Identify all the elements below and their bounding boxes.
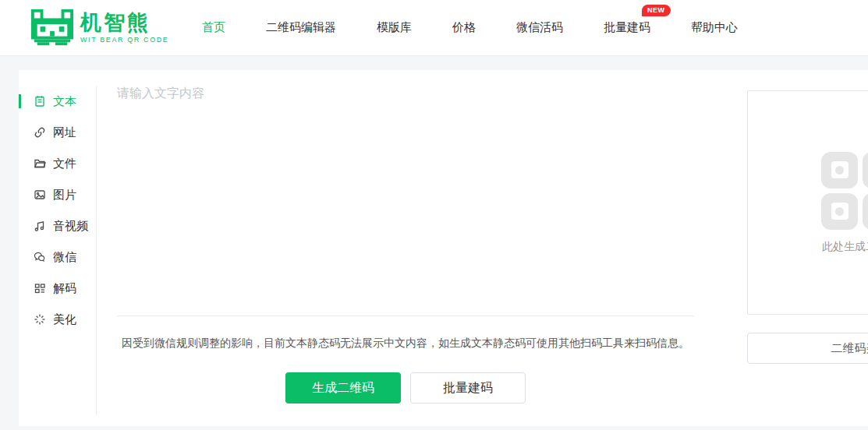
batch-create-button[interactable]: 批量建码 [410,372,526,404]
top-header: 机智熊 WIT BEAR QR CODE 首页 二维码编辑器 模版库 价格 微信… [0,0,868,56]
wechat-icon [33,251,46,264]
sidebar-item-file[interactable]: 文件 [19,148,96,179]
main-nav: 首页 二维码编辑器 模版库 价格 微信活码 批量建码 NEW 帮助中心 [202,0,778,55]
main-panel: 文本 网址 文件 [19,70,868,426]
editor-actions: 生成二维码 批量建码 [117,372,694,404]
qr-beautify-button[interactable]: 二维码美化 [747,333,868,364]
sidebar-item-label: 美化 [53,312,76,327]
qr-preview-card: 此处生成二维码 [747,90,868,315]
music-icon [33,220,46,233]
generate-qr-button[interactable]: 生成二维码 [285,372,401,404]
sidebar-item-label: 文本 [53,94,76,109]
wechat-rule-notice: 因受到微信规则调整的影响，目前文本静态码无法展示中文内容，如生成文本静态码可使用… [117,335,694,351]
new-badge: NEW [642,5,671,16]
preview-caption: 此处生成二维码 [822,240,868,254]
sidebar-item-decode[interactable]: 解码 [19,273,96,304]
beautify-icon [33,313,46,326]
sidebar-item-label: 网址 [53,125,76,140]
link-icon [33,126,46,139]
brand-name: 机智熊 [80,11,168,34]
sidebar-item-label: 解码 [53,281,76,296]
nav-item-help-center[interactable]: 帮助中心 [691,20,738,35]
brand-subtitle: WIT BEAR QR CODE [80,36,168,44]
nav-item-home[interactable]: 首页 [202,20,225,35]
sidebar-item-url[interactable]: 网址 [19,117,96,148]
sidebar-item-wechat[interactable]: 微信 [19,241,96,273]
qr-decode-icon [33,282,46,295]
sidebar-item-label: 微信 [53,250,76,265]
brand-logo[interactable]: 机智熊 WIT BEAR QR CODE [31,9,168,46]
nav-item-wechat-live-code[interactable]: 微信活码 [516,20,563,35]
document-icon [33,95,46,108]
sidebar-item-label: 文件 [53,157,76,171]
type-sidebar: 文本 网址 文件 [19,86,97,415]
image-icon [33,189,46,202]
sidebar-item-beautify[interactable]: 美化 [19,304,96,335]
sidebar-item-audio-video[interactable]: 音视频 [19,210,96,241]
editor-divider [117,315,694,316]
folder-icon [33,157,46,171]
nav-item-pricing[interactable]: 价格 [452,20,476,35]
sidebar-item-image[interactable]: 图片 [19,179,96,210]
sidebar-item-label: 音视频 [53,219,88,234]
qr-placeholder-icon [821,152,868,230]
bear-logo-icon [31,9,73,46]
nav-item-batch-create[interactable]: 批量建码 NEW [604,20,650,35]
nav-item-template-library[interactable]: 模版库 [377,20,412,35]
sidebar-item-text[interactable]: 文本 [19,86,96,117]
text-content-input[interactable] [117,86,694,312]
editor-area: 因受到微信规则调整的影响，目前文本静态码无法展示中文内容，如生成文本静态码可使用… [117,70,694,426]
sidebar-item-label: 图片 [53,188,76,203]
nav-item-qr-editor[interactable]: 二维码编辑器 [266,20,336,35]
